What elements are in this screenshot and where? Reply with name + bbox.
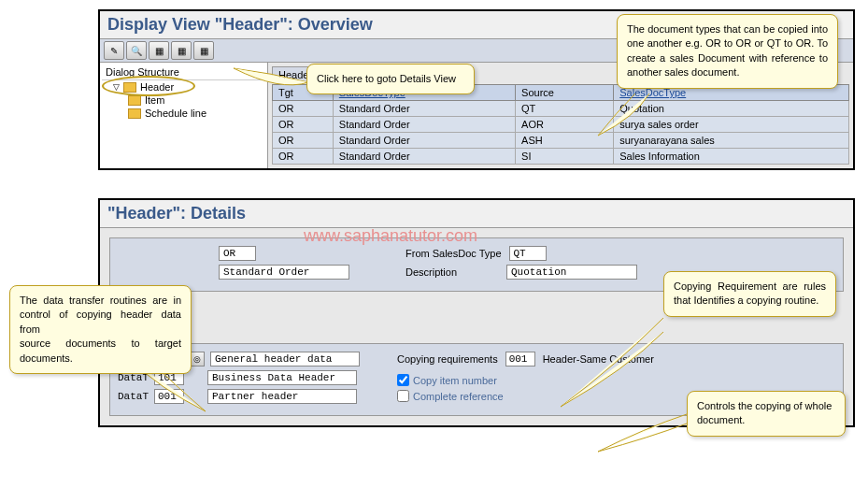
tree-item-label: Header <box>140 81 174 93</box>
col-source: Source <box>516 85 614 101</box>
complete-reference-label: Complete reference <box>413 391 504 402</box>
details-title: "Header": Details <box>100 200 853 228</box>
datat-code-3[interactable] <box>154 389 184 404</box>
search-help-icon[interactable]: ◎ <box>190 352 205 366</box>
folder-icon <box>123 82 136 93</box>
toolbar-btn-2[interactable]: 🔍 <box>126 41 147 60</box>
toolbar-btn-3[interactable]: ▦ <box>149 41 169 60</box>
tree-item-header[interactable]: ▽ Header <box>102 80 265 93</box>
table-row[interactable]: OR Standard Order SI Sales Information <box>273 149 849 165</box>
toolbar-btn-1[interactable]: ✎ <box>104 41 124 60</box>
datat-label: DataT <box>118 391 149 402</box>
dialog-structure-tree: Dialog Structure ▽ Header Item Schedule … <box>100 63 268 168</box>
tree-item-label: Item <box>145 94 164 106</box>
callout-data-transfer: The data transfer routines are in contro… <box>9 285 192 374</box>
from-salesdoc-label: From SalesDoc Type <box>406 248 502 259</box>
datat-desc-1[interactable] <box>210 352 360 366</box>
copy-req-code[interactable] <box>505 352 535 366</box>
source-type-code[interactable]: QT <box>509 246 547 261</box>
datat-row-3: DataT <box>118 389 360 404</box>
toolbar-btn-4[interactable]: ▦ <box>171 41 192 60</box>
callout-doc-types: The document types that can be copied in… <box>617 14 838 89</box>
source-type-desc: Quotation <box>506 265 637 280</box>
description-label: Description <box>406 266 499 278</box>
table-row[interactable]: OR Standard Order ASH suryanarayana sale… <box>273 133 849 149</box>
tree-item-item[interactable]: Item <box>102 93 265 107</box>
callout-whole-doc: Controls the copying of whole document. <box>687 391 846 437</box>
callout-copy-req: Copying Requirement are rules that Ident… <box>663 271 836 317</box>
tree-heading: Dialog Structure <box>102 65 265 80</box>
copy-item-number-row: Copy item number <box>397 374 654 386</box>
copy-requirements-row: Copying requirements Header-Same Custome… <box>397 352 654 366</box>
folder-icon <box>128 95 141 106</box>
table-row[interactable]: OR Standard Order QT Quotation <box>273 101 849 117</box>
callout-details-view: Click here to goto Details View <box>306 64 475 94</box>
copy-req-column: Copying requirements Header-Same Custome… <box>397 352 654 408</box>
copy-item-number-checkbox[interactable] <box>397 374 409 386</box>
complete-reference-row: Complete reference <box>397 390 654 402</box>
target-type-code[interactable]: OR <box>219 246 256 261</box>
datat-desc-2[interactable] <box>207 370 357 385</box>
target-type-desc: Standard Order <box>219 265 349 280</box>
tree-item-label: Schedule line <box>145 108 206 119</box>
datat-desc-3[interactable] <box>207 389 357 404</box>
copy-req-label: Copying requirements <box>397 353 498 365</box>
table-row[interactable]: OR Standard Order AOR surya sales order <box>273 117 849 133</box>
complete-reference-checkbox[interactable] <box>397 390 409 402</box>
copy-control-table: Tgt SalesDocType Source SalesDocType OR … <box>272 84 849 165</box>
toolbar-btn-5[interactable]: ▦ <box>193 41 214 60</box>
copy-req-desc: Header-Same Customer <box>543 353 654 365</box>
folder-icon <box>128 108 141 119</box>
watermark: www.saphanatutor.com <box>304 226 477 246</box>
tree-item-schedule[interactable]: Schedule line <box>102 107 265 120</box>
copy-item-number-label: Copy item number <box>413 375 497 386</box>
